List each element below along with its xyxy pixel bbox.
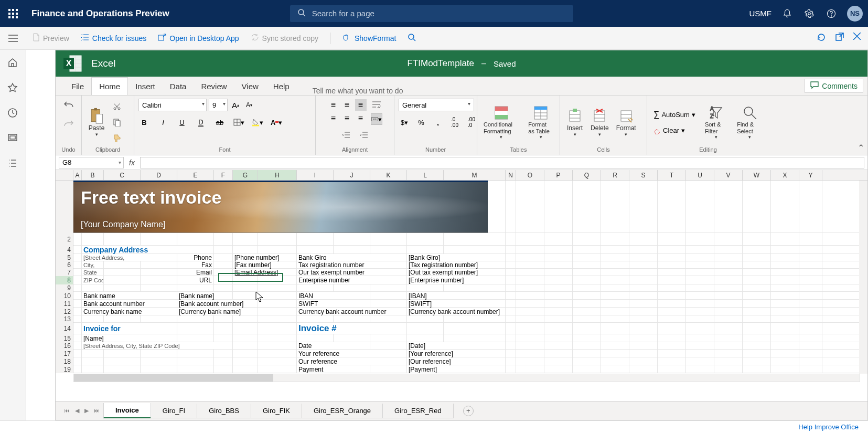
sheet-tab-giro-esr-red[interactable]: Giro_ESR_Red — [382, 404, 454, 418]
cell-G5[interactable]: [Phone number] — [233, 254, 297, 261]
comma-button[interactable]: , — [432, 117, 444, 128]
cell-B11[interactable]: Bank account number — [82, 300, 177, 308]
format-as-table-button[interactable]: Format as Table▾ — [526, 103, 555, 140]
check-issues-button[interactable]: Check for issues — [81, 34, 146, 43]
increase-decimal-button[interactable]: .0.00 — [449, 117, 460, 128]
cell-B7[interactable]: State — [82, 269, 104, 276]
align-top-center[interactable]: ≡ — [341, 99, 353, 111]
cell-E8[interactable]: URL — [177, 276, 214, 284]
cell-B6[interactable]: City, — [82, 261, 104, 269]
add-sheet-button[interactable]: + — [463, 406, 474, 416]
cell-B4[interactable]: Company Address — [82, 246, 214, 254]
cell-I12[interactable]: Currency bank account number — [297, 308, 407, 315]
tab-data[interactable]: Data — [163, 78, 194, 95]
double-underline-button[interactable]: D — [195, 117, 207, 128]
favorites-star-icon[interactable] — [7, 82, 19, 94]
column-header-K[interactable]: K — [370, 170, 407, 180]
column-header-R[interactable]: R — [601, 170, 629, 180]
autosum-button[interactable]: ∑AutoSum▾ — [651, 109, 698, 120]
column-header-B[interactable]: B — [82, 170, 104, 180]
cell-L7[interactable]: [Out tax exempt number] — [407, 269, 506, 276]
cell-I8[interactable]: Enterprise number — [297, 276, 407, 284]
column-header-X[interactable]: X — [771, 170, 799, 180]
cell-B10[interactable]: Bank name — [82, 292, 177, 300]
row-header-11[interactable]: 11 — [56, 300, 73, 308]
align-top-right[interactable]: ≡ — [355, 99, 367, 111]
decrease-indent-button[interactable] — [340, 129, 352, 141]
cell-L19[interactable]: [Payment] — [407, 365, 506, 373]
sync-button[interactable]: Sync stored copy — [251, 34, 318, 43]
preview-button[interactable]: Preview — [33, 33, 69, 43]
column-header-W[interactable]: W — [743, 170, 771, 180]
cell-I16[interactable]: Date — [297, 342, 370, 350]
font-name-select[interactable] — [138, 99, 207, 111]
row-header-16[interactable]: 16 — [56, 342, 73, 350]
increase-indent-button[interactable] — [358, 129, 370, 141]
cell-I5[interactable]: Bank Giro — [297, 254, 407, 261]
cell-B14[interactable]: Invoice for — [82, 323, 177, 334]
align-bottom-center[interactable]: ≡ — [341, 113, 353, 124]
currency-button[interactable]: $▾ — [399, 117, 410, 128]
delete-cells-button[interactable]: Delete▾ — [588, 107, 611, 138]
cell-L18[interactable]: [Our reference] — [407, 357, 506, 365]
insert-cells-button[interactable]: Insert▾ — [564, 107, 585, 138]
cell-I11[interactable]: SWIFT — [297, 300, 370, 308]
cut-button[interactable] — [111, 101, 123, 112]
merge-center-button[interactable]: ▾ — [371, 113, 382, 125]
column-header-Y[interactable]: Y — [799, 170, 822, 180]
column-header-T[interactable]: T — [658, 170, 686, 180]
column-header-S[interactable]: S — [629, 170, 658, 180]
cell-L10[interactable]: [IBAN] — [407, 292, 506, 300]
tab-insert[interactable]: Insert — [128, 78, 163, 95]
column-header-E[interactable]: E — [177, 170, 214, 180]
row-header-10[interactable]: 10 — [56, 292, 73, 300]
cell-I14[interactable]: Invoice # — [297, 323, 407, 334]
clear-button[interactable]: Clear▾ — [651, 125, 698, 135]
row-header-9[interactable]: 9 — [56, 284, 73, 292]
search-input[interactable]: Search for a page — [290, 5, 573, 22]
open-desktop-button[interactable]: Open in Desktop App — [158, 34, 239, 43]
modules-list-icon[interactable] — [7, 158, 19, 170]
number-format-select[interactable] — [399, 99, 474, 111]
sheet-last-icon[interactable]: ⏭ — [94, 407, 100, 414]
cell-G6[interactable]: [Fax number] — [233, 261, 297, 269]
cell-L12[interactable]: [Currency bank account number] — [407, 308, 506, 315]
cell-I6[interactable]: Tax registration number — [297, 261, 407, 269]
bold-button[interactable]: B — [138, 117, 150, 128]
sheet-next-icon[interactable]: ▶ — [84, 407, 89, 414]
cell-B5[interactable]: [Street Address, — [82, 254, 177, 261]
borders-button[interactable]: ▾ — [233, 117, 244, 128]
sheet-tab-giro-bbs[interactable]: Giro_BBS — [197, 404, 251, 418]
cell-I19[interactable]: Payment — [297, 365, 370, 373]
tab-review[interactable]: Review — [194, 78, 234, 95]
workspaces-icon[interactable] — [7, 133, 19, 144]
column-header-M[interactable]: M — [444, 170, 506, 180]
column-header-I[interactable]: I — [297, 170, 334, 180]
cell-I18[interactable]: Our reference — [297, 357, 407, 365]
paste-button[interactable]: Paste ▾ — [86, 107, 107, 138]
row-header-8[interactable]: 8 — [56, 276, 73, 284]
column-header-U[interactable]: U — [686, 170, 714, 180]
fill-color-button[interactable]: ▾ — [252, 117, 263, 128]
copy-button[interactable] — [111, 117, 123, 128]
row-header-6[interactable]: 6 — [56, 261, 73, 269]
decrease-font-button[interactable]: A▾ — [243, 99, 255, 111]
formula-bar[interactable] — [140, 157, 864, 168]
select-all-corner[interactable] — [56, 170, 73, 180]
format-cells-button[interactable]: Format▾ — [614, 107, 638, 138]
sort-filter-button[interactable]: AZSort & Filter▾ — [703, 103, 730, 140]
align-top-left[interactable]: ≡ — [328, 99, 339, 111]
percent-button[interactable]: % — [415, 117, 427, 128]
close-icon[interactable] — [853, 33, 861, 44]
cell-L6[interactable]: [Tax registration number] — [407, 261, 506, 269]
underline-button[interactable]: U — [176, 117, 188, 128]
refresh-icon[interactable] — [817, 33, 826, 44]
cell-E11[interactable]: [Bank account number] — [177, 300, 258, 308]
tab-view[interactable]: View — [234, 78, 266, 95]
sheet-tab-giro-esr-orange[interactable]: Giro_ESR_Orange — [302, 404, 383, 418]
sheet-prev-icon[interactable]: ◀ — [75, 407, 79, 414]
horizontal-scrollbar[interactable] — [73, 374, 860, 382]
strikethrough-button[interactable]: ab — [214, 117, 226, 128]
sheet-tab-invoice[interactable]: Invoice — [103, 403, 151, 418]
column-header-G[interactable]: G — [233, 170, 258, 180]
